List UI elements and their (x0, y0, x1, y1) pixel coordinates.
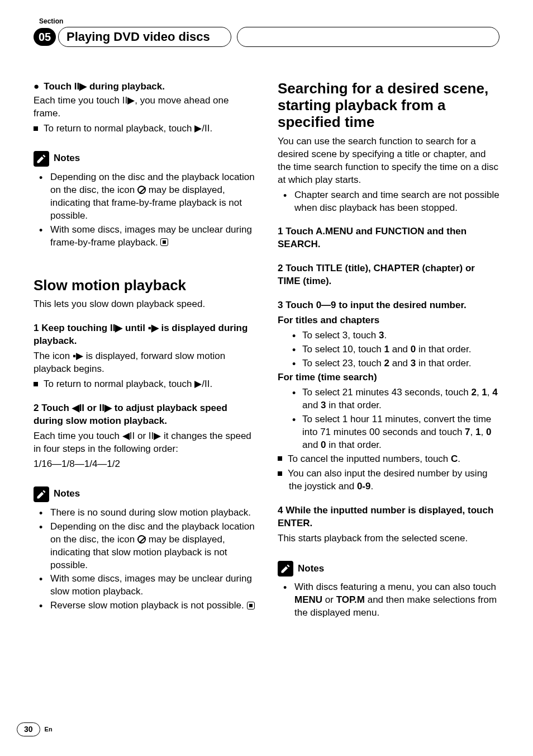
joystick-line: You can also input the desired number by… (278, 467, 499, 493)
chapter-title: Playing DVD video discs (58, 27, 231, 47)
left-column: ●Touch II▶ during playback. Each time yo… (34, 81, 255, 621)
prohibit-icon (137, 186, 146, 194)
notes-list-1: Depending on the disc and the playback l… (34, 171, 255, 249)
list-item: To select 10, touch 1 and 0 in that orde… (278, 343, 499, 356)
notes-header-2: Notes (34, 486, 255, 502)
page-header: 05 Playing DVD video discs (34, 27, 499, 47)
slow-motion-heading: Slow motion playback (34, 277, 255, 294)
time-search-header: For time (time search) (278, 371, 499, 384)
search-step-3: 3 Touch 0—9 to input the desired number. (278, 299, 499, 312)
list-item: To select 3, touch 3. (278, 329, 499, 342)
language-label: En (45, 725, 53, 734)
end-icon (160, 238, 168, 246)
notes-header-1: Notes (34, 151, 255, 167)
search-step-4-desc: This starts playback from the selected s… (278, 532, 499, 545)
search-heading: Searching for a desired scene, starting … (278, 81, 499, 131)
list-item: To select 21 minutes 43 seconds, touch 2… (278, 386, 499, 412)
list-item: To select 23, touch 2 and 3 in that orde… (278, 357, 499, 370)
note-item: Depending on the disc and the playback l… (34, 171, 255, 223)
pencil-icon (34, 151, 49, 167)
slow-step-1-return: To return to normal playback, touch ▶/II… (34, 378, 255, 391)
notes-list-2: There is no sound during slow motion pla… (34, 507, 255, 613)
note-item: Depending on the disc and the playback l… (34, 521, 255, 572)
notes-header-3: Notes (278, 561, 499, 577)
titles-chapters-list: To select 3, touch 3. To select 10, touc… (278, 329, 499, 370)
search-step-2: 2 Touch TITLE (title), CHAPTER (chapter)… (278, 262, 499, 288)
notes-list-3: With discs featuring a menu, you can als… (278, 581, 499, 620)
pencil-icon (278, 561, 293, 577)
slow-motion-intro: This lets you slow down playback speed. (34, 298, 255, 311)
frame-step-return: To return to normal playback, touch ▶/II… (34, 122, 255, 135)
header-blank-pill (237, 27, 499, 47)
pencil-icon (34, 486, 49, 502)
search-step-1: 1 Touch A.MENU and FUNCTION and then SEA… (278, 225, 499, 251)
note-item: With some discs, images may be unclear d… (34, 573, 255, 598)
search-bullet: Chapter search and time search are not p… (278, 189, 499, 215)
slow-step-1: 1 Keep touching II▶ until ▪▶ is displaye… (34, 322, 255, 348)
frame-step-lead: ●Touch II▶ during playback. (34, 81, 255, 93)
slow-step-2: 2 Touch ◀II or II▶ to adjust playback sp… (34, 402, 255, 428)
page-number: 30 (17, 722, 40, 736)
time-search-list: To select 21 minutes 43 seconds, touch 2… (278, 386, 499, 452)
end-icon (247, 602, 255, 609)
note-item: With discs featuring a menu, you can als… (278, 581, 499, 620)
list-item: To select 1 hour 11 minutes, convert the… (278, 413, 499, 452)
titles-chapters-header: For titles and chapters (278, 314, 499, 327)
page-footer: 30 En (17, 722, 53, 736)
section-number-badge: 05 (34, 28, 56, 46)
slow-step-2-seq: 1/16—1/8—1/4—1/2 (34, 458, 255, 471)
right-column: Searching for a desired scene, starting … (278, 81, 499, 621)
section-label: Section (39, 17, 499, 26)
note-item: With some discs, images may be unclear d… (34, 224, 255, 249)
slow-step-2-desc: Each time you touch ◀II or II▶ it change… (34, 430, 255, 456)
frame-step-desc: Each time you touch II▶, you move ahead … (34, 94, 255, 120)
search-intro: You can use the search function to searc… (278, 135, 499, 187)
prohibit-icon (137, 535, 146, 544)
cancel-line: To cancel the inputted numbers, touch C. (278, 453, 499, 466)
slow-step-1-desc: The icon ▪▶ is displayed, forward slow m… (34, 350, 255, 376)
note-item: Reverse slow motion playback is not poss… (34, 599, 255, 612)
note-item: There is no sound during slow motion pla… (34, 507, 255, 519)
search-bullet-list: Chapter search and time search are not p… (278, 189, 499, 215)
search-step-4: 4 While the inputted number is displayed… (278, 504, 499, 530)
